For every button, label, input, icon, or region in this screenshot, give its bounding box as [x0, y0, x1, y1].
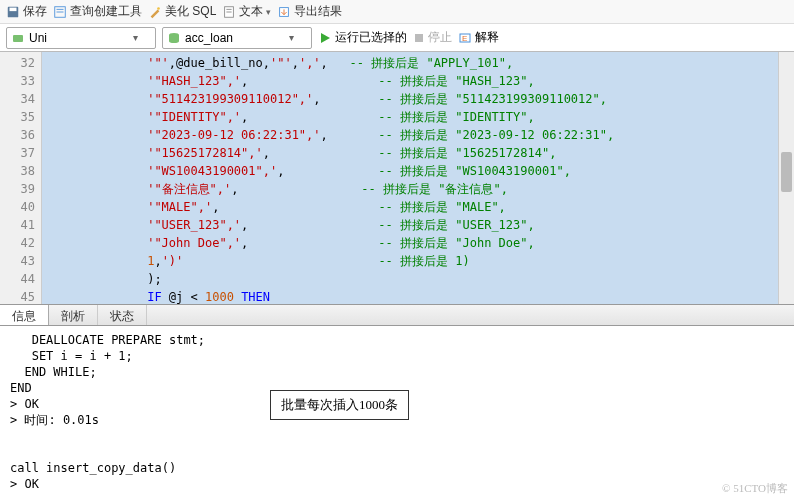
export-icon [277, 5, 291, 19]
code-line[interactable]: 1,')' -- 拼接后是 1) [46, 252, 778, 270]
database-1-input[interactable] [29, 31, 129, 45]
output-panel[interactable]: DEALLOCATE PREPARE stmt; SET i = i + 1; … [0, 326, 794, 498]
code-line[interactable]: '"John Doe",', -- 拼接后是 "John Doe", [46, 234, 778, 252]
text-label: 文本 [239, 3, 263, 20]
line-number: 45 [0, 288, 35, 306]
svg-rect-10 [13, 35, 23, 42]
query-tool-label: 查询创建工具 [70, 3, 142, 20]
database-2-input[interactable] [185, 31, 285, 45]
code-line[interactable]: '"HASH_123",', -- 拼接后是 "HASH_123", [46, 72, 778, 90]
result-tabs: 信息 剖析 状态 [0, 304, 794, 326]
query-tool-icon [53, 5, 67, 19]
tab-status[interactable]: 状态 [98, 305, 147, 325]
stop-label: 停止 [428, 29, 452, 46]
export-button[interactable]: 导出结果 [277, 3, 342, 20]
tab-info[interactable]: 信息 [0, 305, 49, 325]
line-number: 35 [0, 108, 35, 126]
line-number: 39 [0, 180, 35, 198]
vertical-scrollbar[interactable] [778, 52, 794, 304]
save-button[interactable]: 保存 [6, 3, 47, 20]
export-label: 导出结果 [294, 3, 342, 20]
code-line[interactable]: '"2023-09-12 06:22:31",', -- 拼接后是 "2023-… [46, 126, 778, 144]
save-icon [6, 5, 20, 19]
dropdown-arrow-icon: ▾ [266, 7, 271, 17]
code-line[interactable]: '"备注信息",', -- 拼接后是 "备注信息", [46, 180, 778, 198]
stop-button[interactable]: 停止 [413, 29, 452, 46]
watermark: © 51CTO博客 [722, 481, 788, 496]
line-number: 38 [0, 162, 35, 180]
line-gutter: 3233343536373839404142434445 [0, 52, 42, 304]
wand-icon [148, 5, 162, 19]
beautify-button[interactable]: 美化 SQL [148, 3, 216, 20]
line-number: 33 [0, 72, 35, 90]
control-bar: ▾ ▾ 运行已选择的 停止 E 解释 [0, 24, 794, 52]
run-label: 运行已选择的 [335, 29, 407, 46]
code-line[interactable]: '"',@due_bill_no,'"',',', -- 拼接后是 "APPLY… [46, 54, 778, 72]
tab-profile[interactable]: 剖析 [49, 305, 98, 325]
line-number: 44 [0, 270, 35, 288]
database-selector-1[interactable]: ▾ [6, 27, 156, 49]
code-line[interactable]: '"MALE",', -- 拼接后是 "MALE", [46, 198, 778, 216]
code-line[interactable]: IF @j < 1000 THEN [46, 288, 778, 304]
line-number: 42 [0, 234, 35, 252]
text-button[interactable]: 文本 ▾ [222, 3, 271, 20]
text-icon [222, 5, 236, 19]
line-number: 40 [0, 198, 35, 216]
chevron-down-icon: ▾ [289, 32, 294, 43]
run-button[interactable]: 运行已选择的 [318, 29, 407, 46]
line-number: 36 [0, 126, 35, 144]
line-number: 32 [0, 54, 35, 72]
code-line[interactable]: '"IDENTITY",', -- 拼接后是 "IDENTITY", [46, 108, 778, 126]
save-label: 保存 [23, 3, 47, 20]
stop-icon [413, 32, 425, 44]
database-selector-2[interactable]: ▾ [162, 27, 312, 49]
svg-rect-1 [10, 7, 17, 11]
code-line[interactable]: '"USER_123",', -- 拼接后是 "USER_123", [46, 216, 778, 234]
query-tool-button[interactable]: 查询创建工具 [53, 3, 142, 20]
line-number: 43 [0, 252, 35, 270]
connection-icon [11, 31, 25, 45]
explain-icon: E [458, 31, 472, 45]
code-line[interactable]: '"511423199309110012",', -- 拼接后是 "511423… [46, 90, 778, 108]
code-line[interactable]: '"15625172814",', -- 拼接后是 "15625172814", [46, 144, 778, 162]
play-icon [318, 31, 332, 45]
svg-text:E: E [462, 34, 467, 43]
code-line[interactable]: ); [46, 270, 778, 288]
line-number: 37 [0, 144, 35, 162]
svg-rect-12 [415, 34, 423, 42]
chevron-down-icon: ▾ [133, 32, 138, 43]
main-toolbar: 保存 查询创建工具 美化 SQL 文本 ▾ 导出结果 [0, 0, 794, 24]
annotation-callout: 批量每次插入1000条 [270, 390, 409, 420]
sql-editor[interactable]: 3233343536373839404142434445 '"',@due_bi… [0, 52, 794, 304]
code-area[interactable]: '"',@due_bill_no,'"',',', -- 拼接后是 "APPLY… [42, 52, 778, 304]
explain-label: 解释 [475, 29, 499, 46]
code-line[interactable]: '"WS10043190001",', -- 拼接后是 "WS100431900… [46, 162, 778, 180]
line-number: 41 [0, 216, 35, 234]
svg-point-5 [157, 7, 160, 10]
beautify-label: 美化 SQL [165, 3, 216, 20]
database-icon [167, 31, 181, 45]
line-number: 34 [0, 90, 35, 108]
scrollbar-thumb[interactable] [781, 152, 792, 192]
explain-button[interactable]: E 解释 [458, 29, 499, 46]
